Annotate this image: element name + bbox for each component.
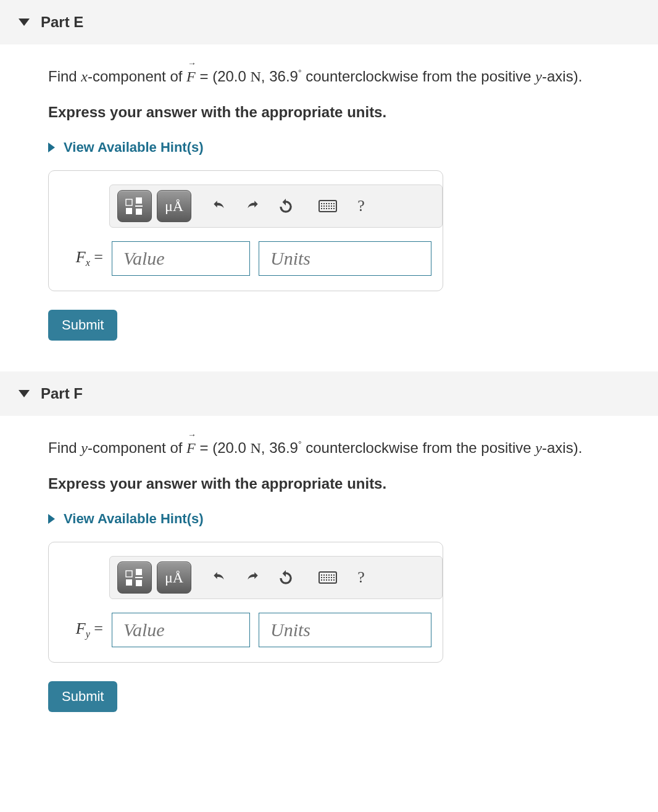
variable-label: Fy = <box>60 619 103 640</box>
answer-input-row: Fx = <box>60 241 431 276</box>
variable-label: Fx = <box>60 248 103 268</box>
prompt-text: counterclockwise from the positive <box>302 68 536 85</box>
part-e-prompt: Find x-component of F = (20.0 N, 36.9° c… <box>48 63 658 88</box>
svg-rect-7 <box>136 569 142 575</box>
collapse-caret-icon[interactable] <box>19 390 30 397</box>
prompt-text: Find <box>48 439 81 456</box>
part-e-title: Part E <box>41 14 83 31</box>
keyboard-button[interactable] <box>314 192 342 220</box>
svg-rect-4 <box>136 209 142 215</box>
keyboard-icon <box>319 571 337 584</box>
svg-rect-9 <box>136 580 142 586</box>
units-picker-button[interactable]: μÅ <box>157 190 191 222</box>
mu-angstrom-label: μÅ <box>165 198 183 215</box>
redo-button[interactable] <box>238 192 267 220</box>
prompt-text: , 36.9 <box>261 439 298 456</box>
undo-button[interactable] <box>205 563 233 592</box>
keyboard-button[interactable] <box>314 563 342 592</box>
view-hints-toggle[interactable]: View Available Hint(s) <box>48 139 204 155</box>
unit-symbol: N <box>251 440 261 456</box>
part-e-header[interactable]: Part E <box>0 0 658 44</box>
part-f-body: Find y-component of F = (20.0 N, 36.9° c… <box>0 416 658 743</box>
prompt-text: counterclockwise from the positive <box>302 439 536 456</box>
answer-box: μÅ ? Fy = <box>48 542 443 663</box>
prompt-text: Find <box>48 68 81 85</box>
unit-symbol: N <box>251 68 261 85</box>
part-f-header[interactable]: Part F <box>0 371 658 416</box>
answer-input-row: Fy = <box>60 613 431 647</box>
template-picker-button[interactable] <box>117 561 152 594</box>
redo-button[interactable] <box>238 563 267 592</box>
redo-icon <box>244 570 260 586</box>
equation-toolbar: μÅ ? <box>109 556 443 599</box>
component-variable: x <box>81 68 88 85</box>
reset-button[interactable] <box>272 563 300 592</box>
units-input[interactable] <box>259 613 431 647</box>
view-hints-toggle[interactable]: View Available Hint(s) <box>48 511 204 527</box>
reset-icon <box>278 570 294 586</box>
question-icon: ? <box>357 568 365 587</box>
help-button[interactable]: ? <box>347 192 375 220</box>
prompt-text: -axis). <box>542 68 582 85</box>
value-input[interactable] <box>112 613 250 647</box>
undo-icon <box>211 570 227 586</box>
mu-angstrom-label: μÅ <box>165 570 183 586</box>
answer-box: μÅ ? Fx = <box>48 170 443 291</box>
units-picker-button[interactable]: μÅ <box>157 561 191 594</box>
prompt-text: = (20.0 <box>196 68 251 85</box>
value-input[interactable] <box>112 241 250 276</box>
units-input[interactable] <box>259 241 431 276</box>
part-f-prompt: Find y-component of F = (20.0 N, 36.9° c… <box>48 434 658 459</box>
collapse-caret-icon[interactable] <box>19 19 30 26</box>
component-variable: y <box>81 440 88 456</box>
template-picker-button[interactable] <box>117 190 152 222</box>
svg-rect-5 <box>126 571 132 577</box>
part-e-instruction: Express your answer with the appropriate… <box>48 104 658 121</box>
prompt-text: -component of <box>88 439 186 456</box>
reset-icon <box>278 198 294 214</box>
prompt-text: = (20.0 <box>196 439 251 456</box>
expand-caret-icon <box>48 514 55 524</box>
prompt-text: , 36.9 <box>261 68 298 85</box>
axis-variable: y <box>535 440 542 456</box>
equation-toolbar: μÅ ? <box>109 184 443 228</box>
help-button[interactable]: ? <box>347 563 375 592</box>
part-e-body: Find x-component of F = (20.0 N, 36.9° c… <box>0 44 658 371</box>
expand-caret-icon <box>48 143 55 152</box>
axis-variable: y <box>535 68 542 85</box>
question-icon: ? <box>357 197 365 215</box>
hints-label: View Available Hint(s) <box>64 139 204 155</box>
prompt-text: -axis). <box>542 439 582 456</box>
part-f-title: Part F <box>41 385 83 402</box>
undo-button[interactable] <box>205 192 233 220</box>
keyboard-icon <box>319 200 337 212</box>
svg-rect-1 <box>126 208 132 214</box>
redo-icon <box>244 198 260 214</box>
prompt-text: -component of <box>88 68 186 85</box>
hints-label: View Available Hint(s) <box>64 511 204 527</box>
submit-button[interactable]: Submit <box>48 310 117 341</box>
svg-rect-0 <box>126 199 132 205</box>
undo-icon <box>211 198 227 214</box>
vector-symbol: F <box>186 63 196 88</box>
reset-button[interactable] <box>272 192 300 220</box>
part-f-instruction: Express your answer with the appropriate… <box>48 475 658 492</box>
vector-symbol: F <box>186 434 196 459</box>
svg-rect-6 <box>126 579 132 586</box>
submit-button[interactable]: Submit <box>48 681 117 712</box>
svg-rect-2 <box>136 197 142 204</box>
